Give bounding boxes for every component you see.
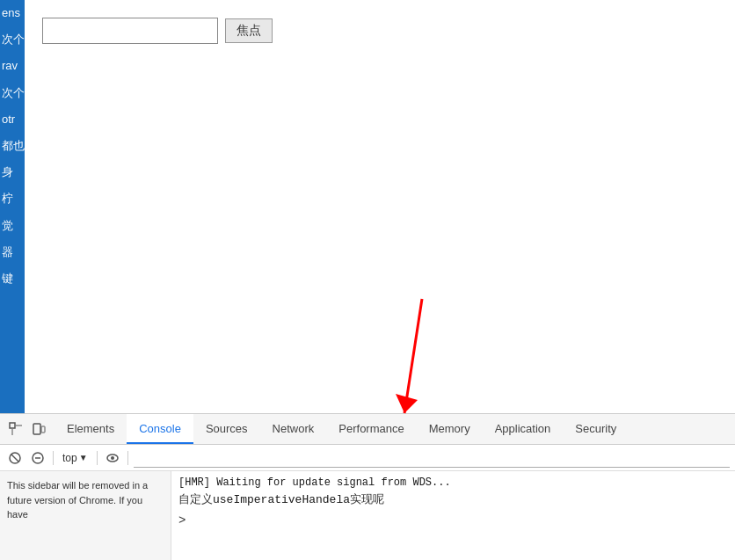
tab-security[interactable]: Security: [563, 414, 629, 444]
chevron-down-icon: ▼: [79, 453, 88, 462]
tab-memory[interactable]: Memory: [417, 414, 483, 444]
toolbar-separator: [53, 451, 54, 465]
svg-rect-2: [41, 426, 45, 433]
toolbar-separator-3: [127, 451, 128, 465]
sidebar-description: This sidebar will be removed in a future…: [7, 478, 164, 522]
tab-console[interactable]: Console: [127, 414, 193, 444]
toolbar-separator-2: [97, 451, 98, 465]
inspect-icon-button[interactable]: [5, 418, 26, 440]
sidebar-item: 键: [0, 265, 25, 292]
tab-sources[interactable]: Sources: [193, 414, 260, 444]
svg-rect-0: [10, 423, 15, 428]
sidebar-item: ens: [0, 0, 25, 26]
device-icon-button[interactable]: [28, 418, 49, 440]
left-sidebar: ens 次个 rav 次个 otr 都也 身 柠 觉 器 键: [0, 0, 25, 413]
devtools-toolbar: top ▼: [0, 445, 735, 471]
tab-performance[interactable]: Performance: [326, 414, 416, 444]
sidebar-item: 觉: [0, 213, 25, 239]
sidebar-item: 都也: [0, 133, 25, 159]
devtools-content: This sidebar will be removed in a future…: [0, 471, 735, 560]
browser-content: ens 次个 rav 次个 otr 都也 身 柠 觉 器 键 焦点: [0, 0, 735, 413]
svg-line-4: [11, 455, 18, 462]
main-content: 焦点: [25, 0, 735, 413]
console-line-custom: 自定义useImperativeHandela实现呢: [178, 491, 728, 510]
search-area: 焦点: [42, 18, 717, 44]
search-input[interactable]: [42, 18, 218, 44]
devtools-panel: Elements Console Sources Network Perform…: [0, 413, 735, 560]
console-prompt: >: [178, 510, 728, 532]
sidebar-item: otr: [0, 106, 25, 133]
tab-application[interactable]: Application: [483, 414, 564, 444]
clear-console-button[interactable]: [5, 448, 25, 468]
sidebar-item: 柠: [0, 185, 25, 212]
devtools-tab-bar: Elements Console Sources Network Perform…: [0, 414, 735, 445]
devtools-tab-icons: [0, 414, 55, 444]
stop-errors-button[interactable]: [28, 448, 47, 468]
devtools-console-sidebar: This sidebar will be removed in a future…: [0, 471, 171, 560]
sidebar-item: rav: [0, 53, 25, 79]
tab-elements[interactable]: Elements: [55, 414, 127, 444]
console-line-hmr: [HMR] Waiting for update signal from WDS…: [178, 475, 728, 491]
sidebar-item: 次个: [0, 26, 25, 53]
sidebar-item: 身: [0, 159, 25, 185]
tab-network[interactable]: Network: [260, 414, 327, 444]
console-filter-input[interactable]: [134, 448, 730, 468]
console-output: [HMR] Waiting for update signal from WDS…: [171, 471, 735, 560]
context-selector[interactable]: top ▼: [59, 450, 91, 466]
sidebar-item: 次个: [0, 80, 25, 106]
code-snippet: useImperativeHandela: [213, 493, 350, 506]
eye-button[interactable]: [103, 448, 122, 468]
context-label: top: [62, 452, 77, 464]
svg-point-8: [111, 456, 114, 460]
svg-rect-1: [33, 424, 40, 434]
sidebar-item: 器: [0, 239, 25, 265]
focus-button[interactable]: 焦点: [225, 18, 273, 43]
